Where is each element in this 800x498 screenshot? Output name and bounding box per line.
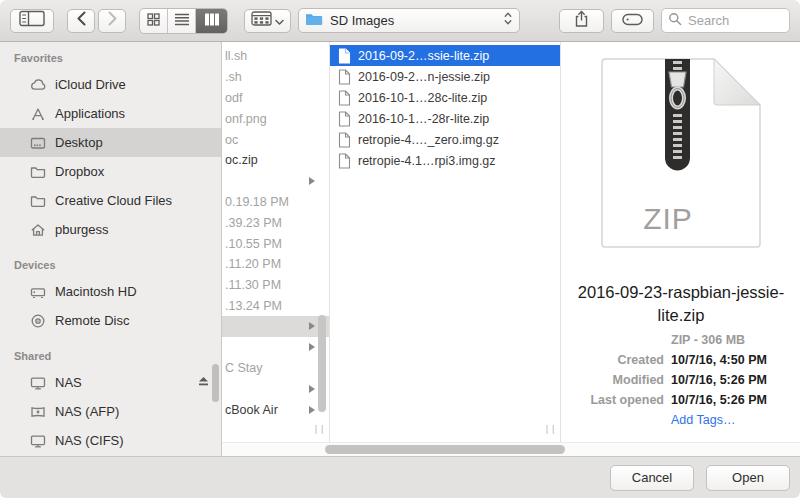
arrange-button[interactable] <box>244 9 291 33</box>
view-mode-segmented-control <box>139 8 228 34</box>
preview-metadata: ZIP - 306 MB Created 10/7/16, 4:50 PM Mo… <box>562 330 800 430</box>
forward-button[interactable] <box>98 9 126 33</box>
add-tags-link[interactable]: Add Tags… <box>671 413 735 427</box>
parent-column-row-label: 0.19.18 PM <box>225 195 289 209</box>
parent-column-row[interactable]: .13.24 PM <box>222 296 329 317</box>
open-button[interactable]: Open <box>706 465 790 491</box>
parent-column-row[interactable]: .11.30 PM <box>222 275 329 296</box>
display-icon <box>28 431 47 450</box>
folder-icon <box>305 12 323 30</box>
list-view-icon <box>175 12 189 30</box>
disclosure-arrow-icon <box>309 406 315 414</box>
tag-button[interactable] <box>611 9 654 33</box>
sidebar-section-header: Shared <box>0 344 221 368</box>
file-row[interactable]: 2016-09-2…n-jessie.zip <box>330 66 560 87</box>
icon-view-button[interactable] <box>140 9 168 33</box>
applications-icon <box>28 104 47 123</box>
document-icon <box>338 132 351 148</box>
parent-column-row[interactable]: C Stay <box>222 358 329 379</box>
sidebar-item-pburgess[interactable]: pburgess <box>0 215 221 244</box>
parent-column-row[interactable] <box>222 171 329 192</box>
sidebar-toggle-icon <box>19 10 45 31</box>
sidebar-item-label: Remote Disc <box>55 313 129 328</box>
parent-column-row[interactable]: 0.19.18 PM <box>222 192 329 213</box>
hard-drive-icon <box>28 282 47 301</box>
sidebar-item-icloud-drive[interactable]: iCloud Drive <box>0 70 221 99</box>
search-field[interactable] <box>661 8 790 33</box>
sidebar-toggle-button[interactable] <box>10 9 54 33</box>
parent-column-row[interactable] <box>222 379 329 400</box>
file-row[interactable]: retropie-4.1…rpi3.img.gz <box>330 150 560 171</box>
disclosure-arrow-icon <box>309 177 315 185</box>
zip-file-icon: ZIP <box>601 58 761 248</box>
sidebar-section: Shared NAS NAS (AFP) NAS (CIFS) <box>0 344 221 455</box>
metadata-row: Created 10/7/16, 4:50 PM <box>562 350 800 370</box>
metadata-value: 10/7/16, 5:26 PM <box>671 373 767 387</box>
sidebar-scrollbar[interactable] <box>212 364 219 402</box>
home-icon <box>28 220 47 239</box>
sidebar-item-dropbox[interactable]: Dropbox <box>0 157 221 186</box>
eject-icon[interactable] <box>197 375 210 390</box>
sidebar-item-macintosh-hd[interactable]: Macintosh HD <box>0 277 221 306</box>
parent-column-row-label: ll.sh <box>225 49 247 63</box>
sidebar-item-nas[interactable]: NAS <box>0 368 221 397</box>
parent-column-row-label: C Stay <box>225 361 263 375</box>
share-button[interactable] <box>559 9 604 33</box>
parent-column-row[interactable]: odf <box>222 88 329 109</box>
file-row[interactable]: 2016-10-1…-28r-lite.zip <box>330 108 560 129</box>
location-popup[interactable]: SD Images <box>298 8 520 33</box>
parent-column-row[interactable]: cBook Air <box>222 400 329 421</box>
location-popup-label: SD Images <box>330 13 496 28</box>
sidebar-item-nas-cifs-[interactable]: NAS (CIFS) <box>0 426 221 455</box>
cloud-icon <box>28 75 47 94</box>
file-row[interactable]: 2016-09-2…ssie-lite.zip <box>330 45 560 66</box>
search-input[interactable] <box>686 12 783 29</box>
metadata-row: Last opened 10/7/16, 5:26 PM <box>562 390 800 410</box>
file-name: 2016-09-2…n-jessie.zip <box>358 70 490 84</box>
parent-column-row-label: odf <box>225 91 242 105</box>
parent-column-row[interactable]: .39.23 PM <box>222 212 329 233</box>
parent-column-row-label: cBook Air <box>225 403 278 417</box>
kind-size-value: ZIP - 306 MB <box>671 333 745 347</box>
metadata-label: Modified <box>562 373 671 387</box>
column-resize-handle[interactable]: || <box>313 425 326 435</box>
sidebar-section: Devices Macintosh HD Remote Disc <box>0 253 221 335</box>
parent-column-row[interactable]: .11.20 PM <box>222 254 329 275</box>
chevron-down-icon <box>275 12 284 30</box>
share-icon <box>574 10 589 32</box>
parent-column-row[interactable]: .sh <box>222 67 329 88</box>
sidebar-item-label: Applications <box>55 106 125 121</box>
sidebar-item-remote-disc[interactable]: Remote Disc <box>0 306 221 335</box>
popup-chevrons-icon <box>503 10 513 31</box>
sidebar-item-nas-afp-[interactable]: NAS (AFP) <box>0 397 221 426</box>
file-name: retropie-4.…_zero.img.gz <box>358 133 499 147</box>
sidebar-section: Favorites iCloud Drive Applications Desk… <box>0 46 221 244</box>
column-resize-handle[interactable]: || <box>544 425 557 435</box>
parent-column-row-label: onf.png <box>225 112 267 126</box>
desktop-icon <box>28 133 47 152</box>
parent-column-row[interactable] <box>222 316 329 337</box>
list-view-button[interactable] <box>168 9 196 33</box>
parent-column-row[interactable] <box>222 337 329 358</box>
cancel-button[interactable]: Cancel <box>610 465 694 491</box>
arrange-icon <box>251 11 272 30</box>
parent-column-row[interactable]: onf.png <box>222 108 329 129</box>
parent-column-row[interactable]: oc <box>222 129 329 150</box>
parent-column-row[interactable]: oc.zip <box>222 150 329 171</box>
file-name: 2016-10-1…-28r-lite.zip <box>358 112 489 126</box>
file-row[interactable]: 2016-10-1…28c-lite.zip <box>330 87 560 108</box>
metadata-value: 10/7/16, 5:26 PM <box>671 393 767 407</box>
sidebar-item-applications[interactable]: Applications <box>0 99 221 128</box>
file-row[interactable]: retropie-4.…_zero.img.gz <box>330 129 560 150</box>
preview-filename: 2016-09-23-raspbian-jessie-lite.zip <box>566 281 796 327</box>
zip-icon-label: ZIP <box>601 202 735 236</box>
sidebar-item-label: Macintosh HD <box>55 284 137 299</box>
back-button[interactable] <box>67 9 95 33</box>
sidebar-item-desktop[interactable]: Desktop <box>0 128 221 157</box>
parent-column-scrollbar[interactable] <box>318 315 326 412</box>
column-view-button[interactable] <box>196 9 227 33</box>
horizontal-scrollbar-thumb[interactable] <box>325 445 565 454</box>
parent-column-row[interactable]: ll.sh <box>222 46 329 67</box>
parent-column-row[interactable]: .10.55 PM <box>222 233 329 254</box>
sidebar-item-creative-cloud-files[interactable]: Creative Cloud Files <box>0 186 221 215</box>
